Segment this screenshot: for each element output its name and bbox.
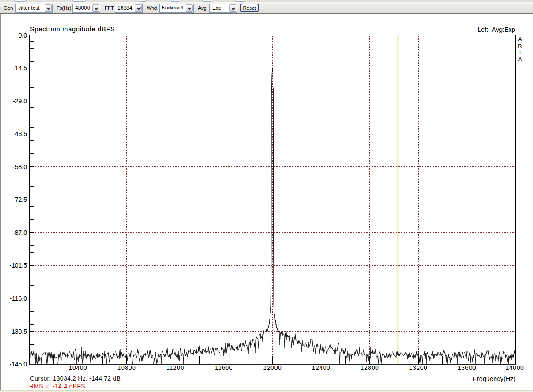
svg-text:0.0: 0.0 <box>19 32 27 39</box>
svg-text:14000: 14000 <box>506 364 524 371</box>
svg-text:Spectrum magnitude dBFS: Spectrum magnitude dBFS <box>30 26 115 33</box>
svg-text:12800: 12800 <box>361 364 379 371</box>
svg-text:-145.0: -145.0 <box>9 361 27 368</box>
svg-text:-87.0: -87.0 <box>13 229 27 236</box>
svg-text:13600: 13600 <box>458 364 476 371</box>
svg-text:-58.0: -58.0 <box>13 163 27 170</box>
svg-text:Frequency(Hz): Frequency(Hz) <box>473 375 516 382</box>
svg-text:12000: 12000 <box>263 364 282 371</box>
svg-text:-130.5: -130.5 <box>9 328 27 335</box>
svg-text:RMS = -14.4 dBFS: RMS = -14.4 dBFS <box>29 383 85 390</box>
svg-text:11200: 11200 <box>166 364 184 371</box>
svg-text:-116.0: -116.0 <box>10 295 27 302</box>
svg-text:-14.5: -14.5 <box>13 64 27 72</box>
svg-text:10400: 10400 <box>69 364 88 371</box>
svg-text:-29.0: -29.0 <box>13 98 27 105</box>
svg-text:T: T <box>518 50 522 55</box>
svg-text:Left Avg:Exp: Left Avg:Exp <box>477 26 515 33</box>
svg-text:A: A <box>518 57 522 62</box>
svg-text:-72.5: -72.5 <box>13 196 27 203</box>
svg-text:-43.5: -43.5 <box>13 130 27 137</box>
svg-text:13200: 13200 <box>409 364 428 371</box>
svg-text:10800: 10800 <box>118 364 136 371</box>
svg-text:Cursor: 13034.2 Hz, -144.72 dB: Cursor: 13034.2 Hz, -144.72 dB <box>30 375 121 382</box>
svg-text:A: A <box>518 36 522 41</box>
svg-text:12400: 12400 <box>312 364 331 371</box>
svg-text:11600: 11600 <box>215 364 233 371</box>
svg-text:R: R <box>518 43 522 49</box>
svg-text:-101.5: -101.5 <box>9 262 27 269</box>
